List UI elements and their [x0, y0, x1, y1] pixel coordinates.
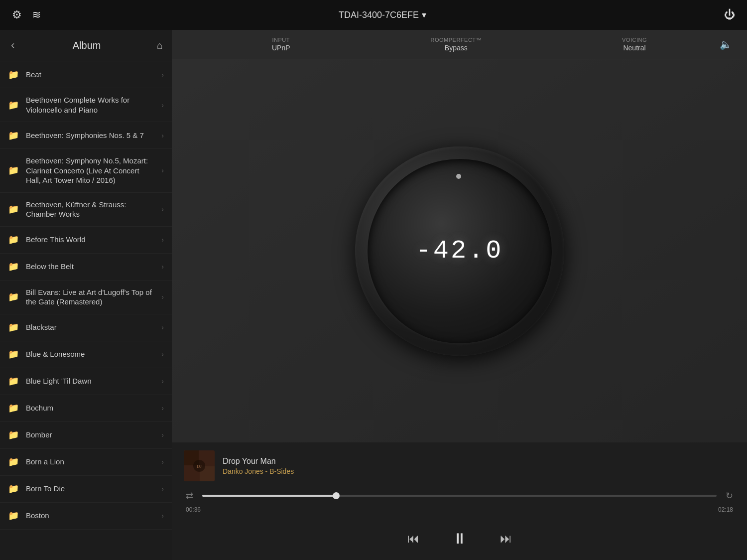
- album-list: 📁 Beat › 📁 Beethoven Complete Works for …: [0, 61, 172, 560]
- list-item-arrow: ›: [161, 458, 164, 466]
- list-item[interactable]: 📁 Bochum ›: [0, 395, 172, 422]
- dropdown-arrow: ▾: [422, 9, 426, 20]
- list-item[interactable]: 📁 Blue Light 'Til Dawn ›: [0, 368, 172, 395]
- svg-text:DJ: DJ: [197, 464, 202, 469]
- knob-indicator: [456, 174, 461, 179]
- progress-thumb[interactable]: [333, 492, 340, 499]
- shuffle-button[interactable]: ⇄: [184, 488, 195, 503]
- list-item[interactable]: 📁 Beethoven: Symphonies Nos. 5 & 7 ›: [0, 122, 172, 149]
- voicing-control[interactable]: VOICING Neutral: [622, 37, 647, 52]
- list-item-arrow: ›: [161, 350, 164, 358]
- list-item-label: Below the Belt: [26, 262, 154, 272]
- folder-icon: 📁: [8, 130, 19, 141]
- prev-button[interactable]: ⏮: [403, 528, 423, 550]
- folder-icon: 📁: [8, 483, 19, 494]
- power-icon[interactable]: ⏻: [724, 8, 735, 21]
- sidebar: ‹ Album ⌂ 📁 Beat › 📁 Beethoven Complete …: [0, 30, 172, 560]
- voicing-value: Neutral: [623, 44, 645, 52]
- home-button[interactable]: ⌂: [157, 40, 163, 51]
- list-item-label: Bochum: [26, 403, 154, 413]
- playback-controls: ⏮ ⏸ ⏭: [172, 520, 747, 560]
- play-pause-button[interactable]: ⏸: [448, 526, 471, 551]
- list-item-arrow: ›: [161, 263, 164, 271]
- volume-knob-outer[interactable]: -42.0: [355, 146, 564, 356]
- progress-controls-row: ⇄ ↻: [184, 488, 735, 503]
- wifi-icon[interactable]: ≋: [32, 8, 41, 21]
- progress-fill: [202, 495, 336, 497]
- folder-icon: 📁: [8, 510, 19, 521]
- roomperfect-control[interactable]: ROOMPERFECT™ Bypass: [431, 37, 482, 52]
- controls-bar: INPUT UPnP ROOMPERFECT™ Bypass VOICING N…: [172, 30, 747, 59]
- list-item[interactable]: 📁 Bill Evans: Live at Art d'Lugoff's Top…: [0, 280, 172, 314]
- list-item-label: Beethoven: Symphonies Nos. 5 & 7: [26, 131, 154, 140]
- folder-icon: 📁: [8, 291, 19, 302]
- list-item-arrow: ›: [161, 293, 164, 301]
- next-button[interactable]: ⏭: [496, 528, 516, 550]
- roomperfect-value: Bypass: [445, 44, 468, 52]
- list-item[interactable]: 📁 Beat ›: [0, 61, 172, 88]
- list-item-arrow: ›: [161, 377, 164, 385]
- knob-area: -42.0: [172, 59, 747, 442]
- list-item-arrow: ›: [161, 71, 164, 79]
- folder-icon: 📁: [8, 403, 19, 414]
- list-item-arrow: ›: [161, 101, 164, 109]
- list-item-label: Beethoven Complete Works for Violoncello…: [26, 95, 154, 115]
- device-name: TDAI-3400-7C6EFE: [339, 10, 419, 20]
- top-header: ⚙ ≋ TDAI-3400-7C6EFE ▾ ⏻: [0, 0, 747, 30]
- volume-display: -42.0: [415, 236, 503, 266]
- list-item[interactable]: 📁 Beethoven, Küffner & Strauss: Chamber …: [0, 193, 172, 227]
- progress-section: ⇄ ↻ 00:36 02:18: [172, 488, 747, 520]
- now-playing-info: DJ Drop Your Man Danko Jones - B-Sides: [184, 450, 735, 481]
- list-item[interactable]: 📁 Beethoven Complete Works for Violoncel…: [0, 88, 172, 122]
- folder-icon: 📁: [8, 429, 19, 440]
- list-item-arrow: ›: [161, 166, 164, 174]
- volume-knob-ring[interactable]: -42.0: [368, 159, 552, 343]
- roomperfect-label: ROOMPERFECT™: [431, 37, 482, 43]
- list-item[interactable]: 📁 Bomber ›: [0, 422, 172, 449]
- folder-icon: 📁: [8, 456, 19, 467]
- list-item-arrow: ›: [161, 485, 164, 493]
- input-control[interactable]: INPUT UPnP: [272, 37, 290, 52]
- list-item[interactable]: 📁 Born To Die ›: [0, 476, 172, 503]
- list-item-arrow: ›: [161, 431, 164, 439]
- folder-icon: 📁: [8, 261, 19, 272]
- list-item-arrow: ›: [161, 132, 164, 140]
- album-art-image: DJ: [184, 450, 215, 481]
- list-item-label: Bomber: [26, 430, 154, 440]
- back-button[interactable]: ‹: [9, 37, 16, 54]
- track-artist: Danko Jones - B-Sides: [223, 467, 735, 475]
- mute-icon[interactable]: 🔈: [720, 38, 732, 50]
- folder-icon: 📁: [8, 322, 19, 333]
- list-item[interactable]: 📁 Born a Lion ›: [0, 449, 172, 476]
- folder-icon: 📁: [8, 165, 19, 176]
- progress-bar[interactable]: [202, 495, 717, 497]
- list-item-arrow: ›: [161, 512, 164, 520]
- main-content: ‹ Album ⌂ 📁 Beat › 📁 Beethoven Complete …: [0, 30, 747, 560]
- list-item-label: Blackstar: [26, 322, 154, 332]
- input-value: UPnP: [272, 44, 290, 52]
- list-item-arrow: ›: [161, 404, 164, 412]
- list-item[interactable]: 📁 Beethoven: Symphony No.5, Mozart: Clar…: [0, 149, 172, 193]
- list-item[interactable]: 📁 Before This World ›: [0, 227, 172, 254]
- list-item-label: Beat: [26, 70, 154, 80]
- folder-icon: 📁: [8, 376, 19, 387]
- track-info: Drop Your Man Danko Jones - B-Sides: [223, 457, 735, 475]
- folder-icon: 📁: [8, 204, 19, 215]
- settings-icon[interactable]: ⚙: [12, 8, 22, 21]
- list-item-label: Bill Evans: Live at Art d'Lugoff's Top o…: [26, 287, 154, 307]
- list-item-label: Beethoven: Symphony No.5, Mozart: Clarin…: [26, 156, 154, 185]
- track-title: Drop Your Man: [223, 457, 735, 466]
- voicing-label: VOICING: [622, 37, 647, 43]
- sidebar-title: Album: [73, 40, 101, 51]
- list-item[interactable]: 📁 Blue & Lonesome ›: [0, 341, 172, 368]
- list-item[interactable]: 📁 Boston ›: [0, 503, 172, 530]
- list-item[interactable]: 📁 Blackstar ›: [0, 314, 172, 341]
- list-item-label: Born To Die: [26, 484, 154, 494]
- list-item-label: Blue Light 'Til Dawn: [26, 376, 154, 386]
- list-item-label: Boston: [26, 511, 154, 521]
- list-item[interactable]: 📁 Below the Belt ›: [0, 254, 172, 280]
- list-item-label: Before This World: [26, 235, 154, 245]
- repeat-button[interactable]: ↻: [724, 488, 735, 503]
- device-selector[interactable]: TDAI-3400-7C6EFE ▾: [339, 9, 426, 20]
- folder-icon: 📁: [8, 100, 19, 111]
